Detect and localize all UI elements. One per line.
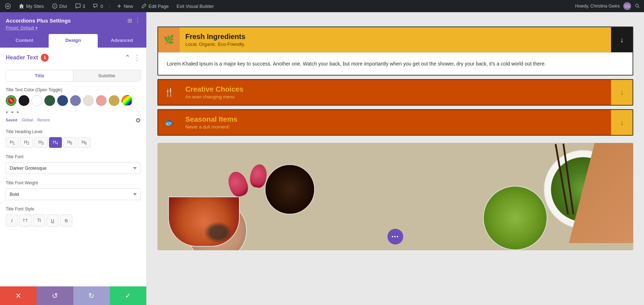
floating-btn-icon: ••• [392, 234, 399, 239]
section-more-icon[interactable]: ⋮ [133, 53, 141, 62]
accordion-fresh-toggle[interactable]: ↓ [611, 27, 633, 52]
admin-bar-left: W My Sites D Divi 3 0 New Edit Page [4, 3, 570, 10]
tab-design[interactable]: Design [49, 34, 97, 48]
panel-title: Accordions Plus Settings [6, 18, 71, 24]
panel-content: Header Text 1 ⌃ ⋮ Title Subtitle Title T… [0, 48, 146, 286]
font-style-capitalize[interactable]: Tt [33, 214, 45, 227]
admin-bar-right: Howdy, Christina Gwira CG [575, 2, 640, 10]
cancel-button[interactable]: ✕ [0, 286, 36, 305]
new-item[interactable]: New [115, 3, 135, 9]
user-avatar[interactable]: CG [623, 2, 631, 10]
exit-visual-builder-item[interactable]: Exit Visual Builder [175, 4, 215, 9]
bar-separator [109, 3, 110, 10]
edit-page-label: Edit Page [148, 4, 169, 9]
section-actions: ⌃ ⋮ [125, 53, 141, 62]
wordpress-icon: W [5, 3, 11, 9]
radish-1 [225, 169, 251, 199]
title-text-color-row: Title Text Color (Open Toggle) ✎ [6, 87, 141, 123]
home-icon [19, 3, 24, 9]
section-header: Header Text 1 ⌃ ⋮ [6, 53, 141, 65]
creative-icon: 🍴 [164, 88, 174, 97]
color-more-row: • • • [6, 109, 141, 116]
tab-title[interactable]: Title [6, 70, 73, 81]
svg-point-4 [635, 4, 638, 7]
main-layout: Accordions Plus Settings ⊞ ⋮ Preset: Def… [0, 12, 644, 305]
my-sites-item[interactable]: My Sites [17, 3, 45, 9]
color-swatch-medium-purple[interactable] [70, 95, 81, 106]
palette-recent[interactable]: Recent [37, 118, 50, 123]
panel-title-icons: ⊞ ⋮ [127, 17, 141, 24]
my-sites-label: My Sites [26, 4, 44, 9]
palette-settings-icon[interactable] [136, 118, 141, 123]
font-style-italic[interactable]: I [6, 214, 18, 227]
fresh-icon: 🌿 [164, 35, 174, 45]
preset-dropdown[interactable]: ▾ [35, 25, 38, 30]
title-font-weight-select[interactable]: Bold [6, 188, 141, 200]
comments-item[interactable]: 3 [74, 3, 87, 9]
title-font-select[interactable]: Darker Grotesque [6, 162, 141, 174]
accordion-fresh-header[interactable]: 🌿 Fresh Ingredients Local. Organic. Eco-… [158, 27, 633, 52]
tab-content[interactable]: Content [0, 34, 49, 48]
panel-bottom-buttons: ✕ ↺ ↻ ✓ [0, 286, 146, 305]
food-scene-bg: ••• [157, 143, 633, 250]
wordpress-logo-item[interactable]: W [4, 3, 12, 9]
color-swatch-black[interactable] [19, 95, 29, 106]
heading-h3[interactable]: H3 [34, 137, 47, 148]
section-title: Header Text [6, 54, 38, 61]
color-swatch-white[interactable] [31, 95, 42, 106]
page-content: 🌿 Fresh Ingredients Local. Organic. Eco-… [147, 12, 644, 305]
heading-h2[interactable]: H2 [20, 137, 33, 148]
seasonal-icon: 🐟 [164, 118, 174, 127]
font-style-uppercase[interactable]: TT [19, 214, 31, 227]
heading-h6[interactable]: H6 [78, 137, 91, 148]
preset-text: Preset: Default [6, 25, 34, 30]
color-picker-swatch[interactable]: ✎ [6, 95, 16, 106]
menu-icon[interactable]: ⋮ [135, 17, 141, 24]
font-style-underline[interactable]: U [47, 214, 59, 227]
font-style-buttons: I TT Tt U S [6, 214, 141, 227]
chat-item[interactable]: 0 [92, 3, 104, 9]
palette-saved[interactable]: Saved [6, 118, 17, 123]
font-style-strikethrough[interactable]: S [60, 214, 72, 227]
undo-button[interactable]: ↺ [36, 286, 73, 305]
color-swatch-dark-green[interactable] [44, 95, 55, 106]
palette-tabs: Saved Global Recent [6, 118, 141, 123]
accordion-creative-choices: 🍴 Creative Choices An ever-changing menu… [157, 79, 633, 106]
comment-icon [75, 3, 81, 9]
color-swatch-dark-blue[interactable] [57, 95, 68, 106]
color-swatch-light-pink[interactable] [96, 95, 107, 106]
title-heading-level-row: Title Heading Level H1 H2 H3 H4 H5 H6 [6, 129, 141, 148]
search-icon[interactable] [635, 3, 640, 9]
accordion-creative-toggle[interactable]: ↓ [611, 80, 633, 105]
heading-h4[interactable]: H4 [49, 137, 62, 148]
palette-global[interactable]: Global [21, 118, 33, 123]
title-font-label: Title Font [6, 154, 141, 159]
pencil-icon [141, 3, 147, 9]
accordion-seasonal-title: Seasonal Items [185, 115, 605, 124]
tab-advanced[interactable]: Advanced [98, 34, 146, 48]
divi-icon: D [52, 3, 58, 9]
edit-page-item[interactable]: Edit Page [140, 3, 170, 9]
plus-icon [116, 3, 122, 9]
grid-view-icon[interactable]: ⊞ [127, 17, 132, 24]
accordion-fresh-subtitle: Local. Organic. Eco-Friendly. [185, 42, 605, 47]
floating-action-button[interactable]: ••• [387, 229, 403, 245]
heading-h5[interactable]: H5 [63, 137, 76, 148]
accordion-seasonal-header[interactable]: 🐟 Seasonal Items Never a dull moment! ↓ [158, 110, 633, 135]
panel-title-row: Accordions Plus Settings ⊞ ⋮ [6, 17, 141, 24]
section-collapse-icon[interactable]: ⌃ [125, 53, 131, 62]
divi-item[interactable]: D Divi [50, 3, 69, 9]
accordion-creative-header[interactable]: 🍴 Creative Choices An ever-changing menu… [158, 80, 633, 105]
color-swatch-clear[interactable] [122, 95, 132, 106]
panel-header: Accordions Plus Settings ⊞ ⋮ Preset: Def… [0, 12, 146, 34]
color-swatch-light-beige[interactable] [83, 95, 94, 106]
tab-subtitle[interactable]: Subtitle [73, 70, 140, 81]
color-swatch-gold[interactable] [109, 95, 119, 106]
accordion-fresh-text: Fresh Ingredients Local. Organic. Eco-Fr… [180, 27, 611, 52]
redo-button[interactable]: ↻ [73, 286, 110, 305]
bowl-sauce [265, 164, 315, 214]
panel-tabs: Content Design Advanced [0, 34, 146, 48]
save-button[interactable]: ✓ [110, 286, 146, 305]
accordion-seasonal-toggle[interactable]: ↓ [611, 110, 633, 135]
heading-h1[interactable]: H1 [6, 137, 19, 148]
